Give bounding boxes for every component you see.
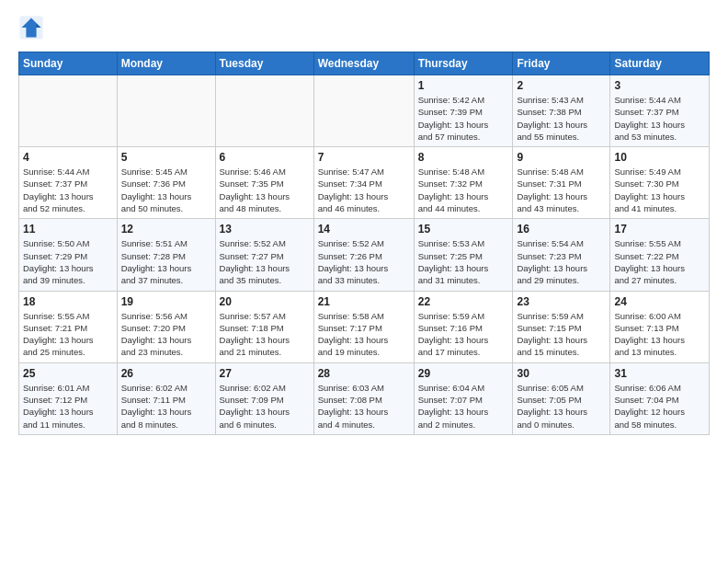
day-cell: 19Sunrise: 5:56 AM Sunset: 7:20 PM Dayli… bbox=[117, 291, 215, 362]
day-number: 19 bbox=[121, 295, 211, 308]
day-info: Sunrise: 5:45 AM Sunset: 7:36 PM Dayligh… bbox=[121, 166, 211, 214]
day-number: 29 bbox=[418, 367, 509, 380]
day-info: Sunrise: 5:55 AM Sunset: 7:21 PM Dayligh… bbox=[23, 310, 113, 359]
day-number: 6 bbox=[220, 151, 310, 164]
day-number: 28 bbox=[318, 367, 410, 380]
day-cell: 10Sunrise: 5:49 AM Sunset: 7:30 PM Dayli… bbox=[610, 147, 710, 219]
day-info: Sunrise: 5:57 AM Sunset: 7:18 PM Dayligh… bbox=[220, 310, 310, 359]
day-cell: 12Sunrise: 5:51 AM Sunset: 7:28 PM Dayli… bbox=[117, 219, 215, 291]
day-cell: 7Sunrise: 5:47 AM Sunset: 7:34 PM Daylig… bbox=[313, 147, 414, 219]
logo bbox=[18, 15, 48, 40]
day-info: Sunrise: 5:44 AM Sunset: 7:37 PM Dayligh… bbox=[614, 94, 705, 143]
day-cell: 9Sunrise: 5:48 AM Sunset: 7:31 PM Daylig… bbox=[513, 147, 610, 219]
day-info: Sunrise: 6:04 AM Sunset: 7:07 PM Dayligh… bbox=[418, 382, 509, 431]
week-row-1: 4Sunrise: 5:44 AM Sunset: 7:37 PM Daylig… bbox=[19, 147, 710, 219]
day-cell: 20Sunrise: 5:57 AM Sunset: 7:18 PM Dayli… bbox=[215, 291, 313, 362]
day-cell: 23Sunrise: 5:59 AM Sunset: 7:15 PM Dayli… bbox=[513, 291, 610, 362]
day-number: 22 bbox=[418, 295, 509, 308]
day-number: 23 bbox=[517, 295, 606, 308]
day-info: Sunrise: 5:52 AM Sunset: 7:26 PM Dayligh… bbox=[318, 237, 410, 286]
day-number: 4 bbox=[23, 151, 113, 164]
week-row-4: 25Sunrise: 6:01 AM Sunset: 7:12 PM Dayli… bbox=[19, 362, 710, 434]
day-number: 24 bbox=[614, 295, 705, 308]
day-info: Sunrise: 5:48 AM Sunset: 7:31 PM Dayligh… bbox=[517, 166, 606, 214]
day-info: Sunrise: 5:59 AM Sunset: 7:15 PM Dayligh… bbox=[517, 310, 606, 359]
day-info: Sunrise: 5:50 AM Sunset: 7:29 PM Dayligh… bbox=[23, 237, 113, 286]
day-cell bbox=[117, 75, 215, 147]
day-cell: 11Sunrise: 5:50 AM Sunset: 7:29 PM Dayli… bbox=[19, 219, 118, 291]
header bbox=[18, 15, 710, 40]
day-cell: 3Sunrise: 5:44 AM Sunset: 7:37 PM Daylig… bbox=[610, 75, 710, 147]
day-number: 1 bbox=[418, 79, 509, 92]
day-info: Sunrise: 5:44 AM Sunset: 7:37 PM Dayligh… bbox=[23, 166, 113, 214]
day-cell: 24Sunrise: 6:00 AM Sunset: 7:13 PM Dayli… bbox=[610, 291, 710, 362]
weekday-header-row: SundayMondayTuesdayWednesdayThursdayFrid… bbox=[19, 52, 710, 75]
weekday-wednesday: Wednesday bbox=[313, 52, 414, 75]
day-number: 15 bbox=[418, 223, 509, 236]
day-info: Sunrise: 5:48 AM Sunset: 7:32 PM Dayligh… bbox=[418, 166, 509, 214]
day-cell: 17Sunrise: 5:55 AM Sunset: 7:22 PM Dayli… bbox=[610, 219, 710, 291]
day-number: 7 bbox=[318, 151, 410, 164]
day-number: 26 bbox=[121, 367, 211, 380]
day-number: 8 bbox=[418, 151, 509, 164]
day-info: Sunrise: 5:47 AM Sunset: 7:34 PM Dayligh… bbox=[318, 166, 410, 214]
day-number: 25 bbox=[23, 367, 113, 380]
day-cell: 6Sunrise: 5:46 AM Sunset: 7:35 PM Daylig… bbox=[215, 147, 313, 219]
day-cell: 8Sunrise: 5:48 AM Sunset: 7:32 PM Daylig… bbox=[414, 147, 513, 219]
day-info: Sunrise: 5:42 AM Sunset: 7:39 PM Dayligh… bbox=[418, 94, 509, 143]
day-cell: 5Sunrise: 5:45 AM Sunset: 7:36 PM Daylig… bbox=[117, 147, 215, 219]
weekday-monday: Monday bbox=[117, 52, 215, 75]
week-row-0: 1Sunrise: 5:42 AM Sunset: 7:39 PM Daylig… bbox=[19, 75, 710, 147]
day-number: 13 bbox=[220, 223, 310, 236]
day-cell: 21Sunrise: 5:58 AM Sunset: 7:17 PM Dayli… bbox=[313, 291, 414, 362]
weekday-saturday: Saturday bbox=[610, 52, 710, 75]
weekday-thursday: Thursday bbox=[414, 52, 513, 75]
day-number: 27 bbox=[220, 367, 310, 380]
calendar-table: SundayMondayTuesdayWednesdayThursdayFrid… bbox=[18, 52, 710, 435]
day-number: 18 bbox=[23, 295, 113, 308]
day-info: Sunrise: 5:52 AM Sunset: 7:27 PM Dayligh… bbox=[220, 237, 310, 286]
day-number: 11 bbox=[23, 223, 113, 236]
day-cell: 25Sunrise: 6:01 AM Sunset: 7:12 PM Dayli… bbox=[19, 362, 118, 434]
day-cell: 2Sunrise: 5:43 AM Sunset: 7:38 PM Daylig… bbox=[513, 75, 610, 147]
day-info: Sunrise: 6:06 AM Sunset: 7:04 PM Dayligh… bbox=[614, 382, 705, 431]
day-info: Sunrise: 6:00 AM Sunset: 7:13 PM Dayligh… bbox=[614, 310, 705, 359]
day-info: Sunrise: 5:46 AM Sunset: 7:35 PM Dayligh… bbox=[220, 166, 310, 214]
day-info: Sunrise: 6:02 AM Sunset: 7:09 PM Dayligh… bbox=[220, 382, 310, 431]
day-info: Sunrise: 5:54 AM Sunset: 7:23 PM Dayligh… bbox=[517, 237, 606, 286]
day-info: Sunrise: 6:05 AM Sunset: 7:05 PM Dayligh… bbox=[517, 382, 606, 431]
day-cell: 15Sunrise: 5:53 AM Sunset: 7:25 PM Dayli… bbox=[414, 219, 513, 291]
logo-icon bbox=[18, 15, 44, 40]
day-info: Sunrise: 5:49 AM Sunset: 7:30 PM Dayligh… bbox=[614, 166, 705, 214]
week-row-2: 11Sunrise: 5:50 AM Sunset: 7:29 PM Dayli… bbox=[19, 219, 710, 291]
day-cell: 27Sunrise: 6:02 AM Sunset: 7:09 PM Dayli… bbox=[215, 362, 313, 434]
day-cell: 1Sunrise: 5:42 AM Sunset: 7:39 PM Daylig… bbox=[414, 75, 513, 147]
day-cell: 22Sunrise: 5:59 AM Sunset: 7:16 PM Dayli… bbox=[414, 291, 513, 362]
day-cell: 4Sunrise: 5:44 AM Sunset: 7:37 PM Daylig… bbox=[19, 147, 118, 219]
weekday-tuesday: Tuesday bbox=[215, 52, 313, 75]
day-number: 3 bbox=[614, 79, 705, 92]
day-cell: 13Sunrise: 5:52 AM Sunset: 7:27 PM Dayli… bbox=[215, 219, 313, 291]
day-number: 5 bbox=[121, 151, 211, 164]
day-info: Sunrise: 5:53 AM Sunset: 7:25 PM Dayligh… bbox=[418, 237, 509, 286]
day-info: Sunrise: 5:58 AM Sunset: 7:17 PM Dayligh… bbox=[318, 310, 410, 359]
weekday-sunday: Sunday bbox=[19, 52, 118, 75]
day-number: 31 bbox=[614, 367, 705, 380]
day-info: Sunrise: 5:55 AM Sunset: 7:22 PM Dayligh… bbox=[614, 237, 705, 286]
day-cell: 31Sunrise: 6:06 AM Sunset: 7:04 PM Dayli… bbox=[610, 362, 710, 434]
day-cell: 29Sunrise: 6:04 AM Sunset: 7:07 PM Dayli… bbox=[414, 362, 513, 434]
day-number: 2 bbox=[517, 79, 606, 92]
day-cell: 28Sunrise: 6:03 AM Sunset: 7:08 PM Dayli… bbox=[313, 362, 414, 434]
day-cell: 14Sunrise: 5:52 AM Sunset: 7:26 PM Dayli… bbox=[313, 219, 414, 291]
day-number: 21 bbox=[318, 295, 410, 308]
day-info: Sunrise: 6:01 AM Sunset: 7:12 PM Dayligh… bbox=[23, 382, 113, 431]
day-number: 12 bbox=[121, 223, 211, 236]
day-info: Sunrise: 6:02 AM Sunset: 7:11 PM Dayligh… bbox=[121, 382, 211, 431]
day-cell bbox=[215, 75, 313, 147]
day-number: 10 bbox=[614, 151, 705, 164]
day-info: Sunrise: 5:59 AM Sunset: 7:16 PM Dayligh… bbox=[418, 310, 509, 359]
page: SundayMondayTuesdayWednesdayThursdayFrid… bbox=[0, 0, 728, 450]
day-cell bbox=[313, 75, 414, 147]
day-number: 9 bbox=[517, 151, 606, 164]
day-cell: 16Sunrise: 5:54 AM Sunset: 7:23 PM Dayli… bbox=[513, 219, 610, 291]
